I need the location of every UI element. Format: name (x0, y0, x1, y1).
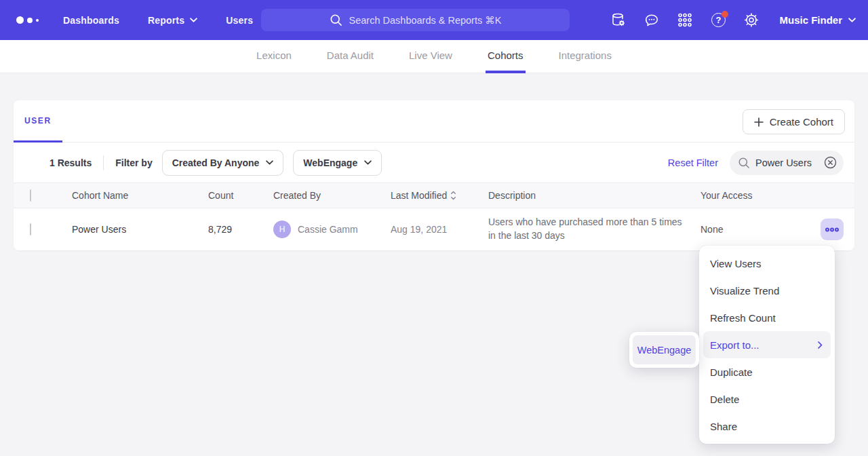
project-selector[interactable]: Music Finder (779, 14, 856, 26)
data-settings-icon[interactable] (610, 12, 627, 28)
tab-integrations[interactable]: Integrations (557, 40, 614, 73)
avatar: H (273, 221, 291, 238)
primary-nav: Dashboards Reports Users (63, 15, 253, 26)
app-root: Dashboards Reports Users Search Dashboar… (0, 0, 868, 250)
your-access-cell: None (701, 224, 775, 235)
column-cohort-name: Cohort Name (72, 190, 208, 201)
logo-dot (36, 19, 39, 22)
reset-filter-link[interactable]: Reset Filter (668, 157, 718, 168)
chevron-down-icon (266, 160, 273, 165)
export-submenu: WebEngage (629, 332, 699, 368)
chevron-down-icon (364, 160, 372, 165)
column-created-by: Created By (273, 190, 391, 201)
notification-dot (722, 11, 728, 18)
cohort-search-box (730, 151, 844, 175)
column-count: Count (208, 190, 273, 201)
cohorts-panel: USER Create Cohort 1 Results Filter by C… (14, 100, 854, 250)
create-cohort-button[interactable]: Create Cohort (743, 109, 845, 134)
table-row[interactable]: Power Users 8,729 H Cassie Gamm Aug 19, … (14, 208, 854, 250)
table-header: Cohort Name Count Created By Last Modifi… (14, 183, 854, 208)
column-your-access: Your Access (701, 190, 775, 201)
menu-item-share[interactable]: Share (699, 413, 835, 440)
integration-dropdown-value: WebEngage (303, 157, 357, 168)
count-cell: 8,729 (208, 224, 273, 235)
cohort-name-cell: Power Users (72, 224, 208, 235)
nav-dashboards[interactable]: Dashboards (63, 15, 119, 26)
nav-reports[interactable]: Reports (148, 15, 197, 26)
panel-header: USER Create Cohort (14, 100, 854, 142)
chevron-down-icon (848, 18, 856, 22)
main-content: USER Create Cohort 1 Results Filter by C… (0, 73, 868, 250)
search-icon (738, 157, 750, 169)
select-all-checkbox[interactable] (30, 189, 31, 202)
menu-item-export-to[interactable]: Export to... (703, 331, 831, 358)
search-icon (330, 14, 342, 26)
mixpanel-logo[interactable] (16, 16, 39, 24)
global-search-placeholder: Search Dashboards & Reports ⌘K (349, 15, 502, 26)
global-search-bar[interactable]: Search Dashboards & Reports ⌘K (261, 9, 570, 31)
help-icon[interactable]: ? (710, 12, 726, 28)
nav-reports-label: Reports (148, 15, 184, 26)
column-description: Description (488, 190, 701, 201)
plus-icon (754, 117, 764, 127)
created-by-dropdown-value: Created By Anyone (172, 157, 260, 168)
row-checkbox[interactable] (30, 223, 31, 235)
created-by-cell: H Cassie Gamm (273, 221, 391, 238)
description-cell: Users who have purchased more than 5 tim… (488, 216, 701, 242)
apps-grid-icon[interactable] (677, 12, 693, 28)
results-count: 1 Results (50, 157, 92, 168)
menu-item-duplicate[interactable]: Duplicate (699, 358, 835, 385)
menu-item-visualize-trend[interactable]: Visualize Trend (699, 277, 835, 304)
column-last-modified[interactable]: Last Modified (391, 190, 488, 201)
tab-data-audit[interactable]: Data Audit (325, 40, 376, 73)
filter-by-label: Filter by (115, 157, 152, 168)
creator-name: Cassie Gamm (298, 224, 358, 235)
tab-live-view[interactable]: Live View (407, 40, 454, 73)
menu-item-view-users[interactable]: View Users (699, 250, 835, 277)
menu-item-delete[interactable]: Delete (699, 385, 835, 413)
project-name: Music Finder (779, 14, 842, 26)
divider (103, 155, 104, 170)
integration-dropdown[interactable]: WebEngage (293, 150, 382, 176)
nav-users[interactable]: Users (226, 15, 253, 26)
cohort-search-input[interactable] (755, 157, 818, 168)
last-modified-cell: Aug 19, 2021 (391, 224, 488, 235)
settings-gear-icon[interactable] (743, 12, 760, 28)
create-cohort-label: Create Cohort (770, 116, 833, 128)
top-navbar: Dashboards Reports Users Search Dashboar… (0, 0, 868, 40)
navbar-actions: ? Music Finder (610, 0, 856, 40)
submenu-item-webengage[interactable]: WebEngage (633, 335, 696, 364)
menu-item-refresh-count[interactable]: Refresh Count (699, 304, 835, 331)
three-dots-icon (825, 227, 840, 233)
sort-icon (450, 191, 456, 200)
tab-cohorts[interactable]: Cohorts (486, 40, 526, 73)
row-context-menu: View Users Visualize Trend Refresh Count… (699, 246, 835, 444)
created-by-dropdown[interactable]: Created By Anyone (162, 150, 284, 176)
filter-bar: 1 Results Filter by Created By Anyone We… (14, 142, 854, 183)
clear-search-icon[interactable] (823, 155, 837, 170)
logo-dot (27, 18, 33, 23)
section-tabbar: Lexicon Data Audit Live View Cohorts Int… (0, 40, 868, 73)
chevron-right-icon (818, 341, 823, 349)
logo-dot (16, 16, 24, 24)
row-actions-button[interactable] (821, 218, 844, 240)
support-chat-icon[interactable] (644, 12, 660, 28)
chevron-down-icon (190, 18, 197, 22)
tab-lexicon[interactable]: Lexicon (254, 40, 294, 73)
export-to-label: Export to... (710, 339, 760, 351)
tab-user-cohorts[interactable]: USER (14, 100, 62, 142)
